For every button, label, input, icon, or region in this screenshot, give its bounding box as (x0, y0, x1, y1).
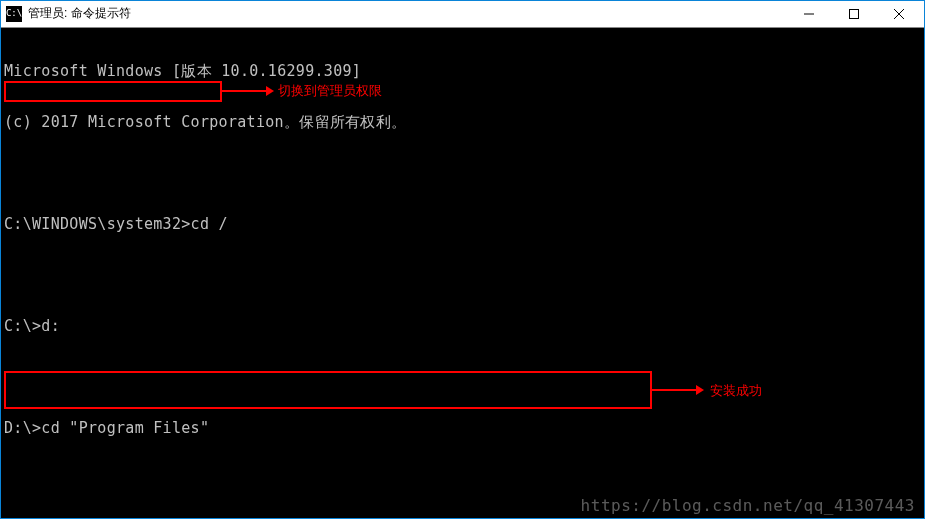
annotation-arrow-icon (222, 90, 272, 92)
svg-rect-1 (849, 9, 858, 18)
maximize-button[interactable] (831, 0, 876, 27)
terminal-line (4, 267, 925, 284)
close-button[interactable] (876, 0, 921, 27)
minimize-button[interactable] (786, 0, 831, 27)
window-title: 管理员: 命令提示符 (28, 5, 131, 22)
terminal-line: Microsoft Windows [版本 10.0.16299.309] (4, 63, 925, 80)
terminal-line: C:\>d: (4, 318, 925, 335)
terminal-line: D:\>cd "Program Files" (4, 420, 925, 437)
watermark: https://blog.csdn.net/qq_41307443 (581, 496, 915, 515)
cmd-icon: C:\ (6, 6, 22, 22)
terminal-line: C:\WINDOWS\system32>cd / (4, 216, 925, 233)
terminal-line (4, 369, 925, 386)
annotation-label: 切换到管理员权限 (278, 82, 382, 100)
titlebar: C:\ 管理员: 命令提示符 (0, 0, 925, 28)
annotation-arrow-icon (652, 389, 702, 391)
window-controls (786, 0, 921, 27)
terminal-line (4, 165, 925, 182)
terminal-area[interactable]: Microsoft Windows [版本 10.0.16299.309] (c… (0, 28, 925, 519)
terminal-line (4, 471, 925, 488)
annotation-label: 安装成功 (710, 382, 762, 400)
terminal-line: (c) 2017 Microsoft Corporation。保留所有权利。 (4, 114, 925, 131)
